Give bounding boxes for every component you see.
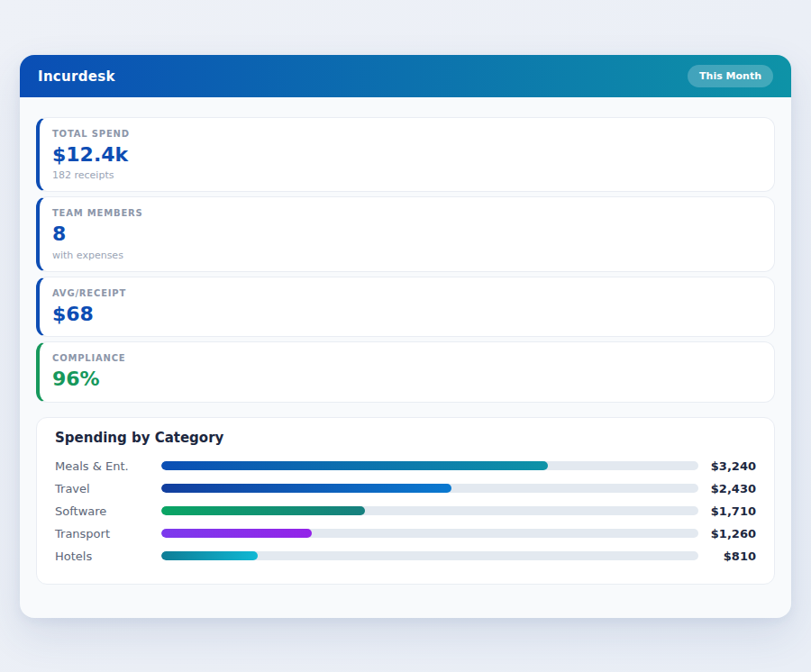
bar-fill xyxy=(161,551,258,560)
chart-title: Spending by Category xyxy=(55,430,756,446)
app-header: Incurdesk This Month xyxy=(20,55,791,97)
category-label: Hotels xyxy=(55,549,161,563)
bar-fill xyxy=(161,529,312,538)
chart-row: Meals & Ent. $3,240 xyxy=(55,455,756,477)
stat-subtext: 182 receipts xyxy=(52,169,761,181)
bar-track xyxy=(161,484,698,493)
stat-label: TOTAL SPEND xyxy=(52,129,761,139)
stat-value: $68 xyxy=(52,303,761,326)
category-value: $810 xyxy=(698,549,756,563)
category-label: Transport xyxy=(55,527,161,540)
content-area: TOTAL SPEND $12.4k 182 receipts TEAM MEM… xyxy=(20,97,791,585)
bar-track xyxy=(161,461,698,470)
chart-rows: Meals & Ent. $3,240 Travel $2,430 Softwa… xyxy=(55,455,756,568)
stat-card: COMPLIANCE 96% xyxy=(36,341,775,402)
stat-value: 8 xyxy=(52,222,761,246)
bar-track xyxy=(161,506,698,515)
bar-track xyxy=(161,551,698,560)
chart-row: Travel $2,430 xyxy=(55,477,756,500)
category-value: $1,260 xyxy=(698,527,756,540)
category-value: $1,710 xyxy=(698,504,756,518)
stat-card: TEAM MEMBERS 8 with expenses xyxy=(36,196,775,271)
stat-subtext: with expenses xyxy=(52,250,761,261)
bar-fill xyxy=(161,506,365,515)
category-value: $2,430 xyxy=(698,482,756,495)
stat-label: TEAM MEMBERS xyxy=(52,208,761,218)
category-label: Software xyxy=(55,504,161,518)
chart-row: Transport $1,260 xyxy=(55,522,756,545)
stat-card: TOTAL SPEND $12.4k 182 receipts xyxy=(36,117,775,192)
bar-track xyxy=(161,529,698,538)
category-value: $3,240 xyxy=(698,459,756,473)
app-container: Incurdesk This Month TOTAL SPEND $12.4k … xyxy=(20,55,791,618)
bar-fill xyxy=(161,484,451,493)
stat-value: $12.4k xyxy=(52,143,761,167)
stat-card: AVG/RECEIPT $68 xyxy=(36,277,775,337)
stat-label: COMPLIANCE xyxy=(52,353,761,363)
stat-label: AVG/RECEIPT xyxy=(52,288,761,298)
stat-value: 96% xyxy=(52,368,761,391)
spending-chart-card: Spending by Category Meals & Ent. $3,240… xyxy=(36,417,775,585)
period-filter-pill[interactable]: This Month xyxy=(688,65,773,87)
category-label: Travel xyxy=(55,482,161,495)
bar-fill xyxy=(161,461,548,470)
stats-list: TOTAL SPEND $12.4k 182 receipts TEAM MEM… xyxy=(36,117,775,403)
chart-row: Hotels $810 xyxy=(55,545,756,568)
category-label: Meals & Ent. xyxy=(55,459,161,473)
app-title: Incurdesk xyxy=(38,68,115,85)
chart-row: Software $1,710 xyxy=(55,500,756,522)
